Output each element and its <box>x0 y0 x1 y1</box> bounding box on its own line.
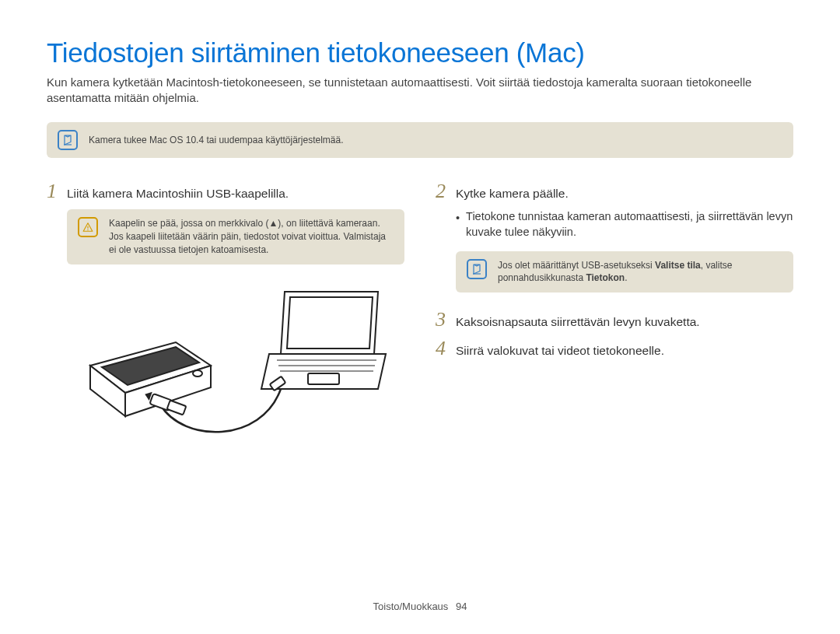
intro-paragraph: Kun kamera kytketään Macintosh-tietokone… <box>47 75 793 107</box>
os-support-text: Kamera tukee Mac OS 10.4 tai uudempaa kä… <box>89 135 344 145</box>
usb-mode-note-text: Jos olet määrittänyt USB-asetukseksi Val… <box>498 259 782 285</box>
step-4-text: Siirrä valokuvat tai videot tietokoneell… <box>456 338 664 359</box>
footer-section: Toisto/Muokkaus <box>373 601 449 612</box>
page-footer: Toisto/Muokkaus 94 <box>0 601 840 612</box>
manual-page: Tiedostojen siirtäminen tietokoneeseen (… <box>0 0 840 634</box>
step-4-number: 4 <box>436 338 450 359</box>
footer-page-number: 94 <box>456 601 467 612</box>
content-columns: 1 Liitä kamera Macintoshiin USB-kaapelil… <box>47 181 793 451</box>
step-2: 2 Kytke kamera päälle. <box>436 181 793 202</box>
warning-icon <box>78 217 98 237</box>
step-2-number: 2 <box>436 181 450 201</box>
step-1-text: Liitä kamera Macintoshiin USB-kaapelilla… <box>67 181 289 202</box>
svg-point-6 <box>193 370 202 377</box>
step-3-text: Kaksoisnapsauta siirrettävän levyn kuvak… <box>456 310 700 331</box>
cable-warning-text: Kaapelin se pää, jossa on merkkivalo (▲)… <box>109 217 394 256</box>
step-2-subtext: • Tietokone tunnistaa kameran automaatti… <box>436 209 793 240</box>
connection-diagram <box>67 280 404 451</box>
page-title: Tiedostojen siirtäminen tietokoneeseen (… <box>47 37 793 68</box>
note-icon <box>467 259 487 279</box>
step-3: 3 Kaksoisnapsauta siirrettävän levyn kuv… <box>436 310 793 331</box>
step-2-subtext-body: Tietokone tunnistaa kameran automaattise… <box>466 209 793 240</box>
right-column: 2 Kytke kamera päälle. • Tietokone tunni… <box>436 181 793 451</box>
bullet-dot-icon: • <box>456 209 460 240</box>
usb-mode-note: Jos olet määrittänyt USB-asetukseksi Val… <box>456 251 793 293</box>
cable-warning: Kaapelin se pää, jossa on merkkivalo (▲)… <box>67 209 404 264</box>
svg-rect-2 <box>308 373 339 384</box>
note-icon <box>58 130 78 150</box>
left-column: 1 Liitä kamera Macintoshiin USB-kaapelil… <box>47 181 404 451</box>
svg-rect-8 <box>167 400 187 415</box>
step-4: 4 Siirrä valokuvat tai videot tietokonee… <box>436 338 793 359</box>
step-1: 1 Liitä kamera Macintoshiin USB-kaapelil… <box>47 181 404 202</box>
step-1-number: 1 <box>47 181 61 201</box>
os-support-note: Kamera tukee Mac OS 10.4 tai uudempaa kä… <box>47 122 793 158</box>
svg-point-1 <box>87 229 88 230</box>
step-2-text: Kytke kamera päälle. <box>456 181 569 202</box>
step-3-number: 3 <box>436 310 450 330</box>
